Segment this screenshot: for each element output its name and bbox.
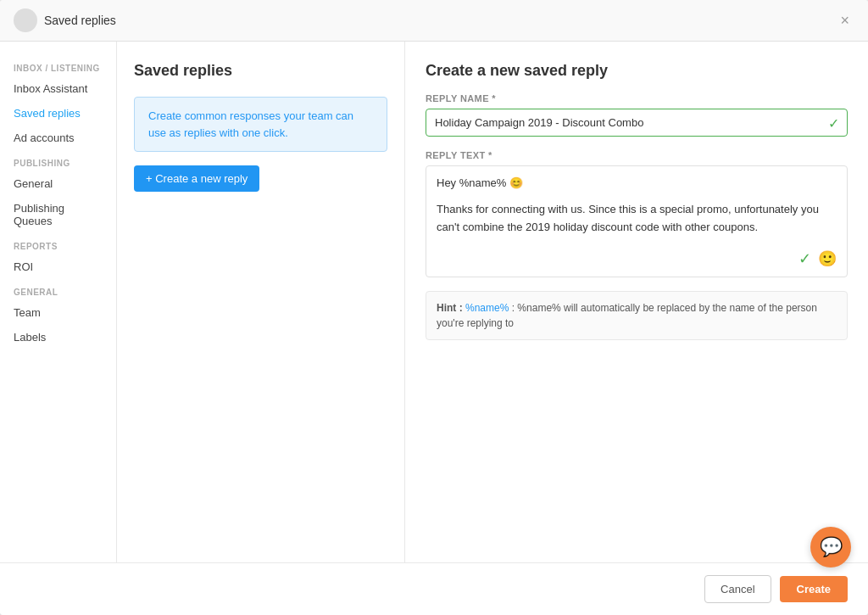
right-panel-title: Create a new saved reply [426, 62, 848, 80]
sidebar-section-publishing: Publishing [0, 150, 116, 171]
sidebar-item-team[interactable]: Team [0, 300, 116, 325]
sidebar-section-general: General [0, 279, 116, 300]
left-panel: Saved replies Create common responses yo… [117, 42, 405, 562]
sidebar-item-saved-replies[interactable]: Saved replies [0, 101, 116, 126]
left-panel-title: Saved replies [134, 62, 387, 80]
chat-fab-icon: 💬 [820, 536, 843, 558]
hint-box: Hint : %name% : %name% will automaticall… [426, 291, 848, 340]
textarea-icons: ✓ 🙂 [437, 249, 837, 268]
sidebar-item-labels[interactable]: Labels [0, 325, 116, 349]
sidebar-section-reports: Reports [0, 233, 116, 254]
reply-text-label: Reply Text * [426, 150, 848, 160]
info-box: Create common responses your team can us… [134, 97, 387, 152]
reply-name-check-icon: ✓ [828, 115, 839, 131]
modal-icon [14, 8, 37, 32]
reply-name-field: Reply Name * ✓ [426, 93, 848, 137]
chat-fab-button[interactable]: 💬 [810, 527, 851, 567]
modal-container: Saved replies × Inbox / Listening Inbox … [0, 0, 868, 615]
sidebar-item-roi[interactable]: ROI [0, 254, 116, 279]
reply-name-input-wrapper: ✓ [426, 109, 848, 137]
cancel-button[interactable]: Cancel [704, 575, 771, 603]
hint-label: Hint : [437, 302, 463, 314]
sidebar-item-general[interactable]: General [0, 171, 116, 196]
reply-text-wrapper[interactable]: Hey %name% 😊 Thanks for connecting with … [426, 165, 848, 277]
close-button[interactable]: × [835, 11, 854, 30]
title-bar: Saved replies × [0, 0, 868, 42]
reply-text-line-2 [437, 193, 837, 201]
sidebar: Inbox / Listening Inbox Assistant Saved … [0, 42, 117, 562]
right-panel: Create a new saved reply Reply Name * ✓ … [405, 42, 868, 562]
hint-variable: %name% [465, 302, 509, 314]
create-new-reply-button[interactable]: + Create a new reply [134, 165, 259, 192]
sidebar-section-inbox: Inbox / Listening [0, 55, 116, 76]
reply-text-line-1: Hey %name% 😊 [437, 175, 837, 193]
reply-text-field: Reply Text * Hey %name% 😊 Thanks for con… [426, 150, 848, 277]
textarea-emoji-icon[interactable]: 🙂 [818, 249, 837, 268]
sidebar-item-ad-accounts[interactable]: Ad accounts [0, 126, 116, 150]
main-content: Saved replies Create common responses yo… [117, 42, 868, 562]
reply-text-line-3: Thanks for connecting with us. Since thi… [437, 201, 837, 237]
textarea-check-icon: ✓ [798, 249, 811, 268]
sidebar-item-inbox-assistant[interactable]: Inbox Assistant [0, 76, 116, 101]
reply-name-label: Reply Name * [426, 93, 848, 103]
modal-title: Saved replies [44, 14, 116, 27]
modal-body: Inbox / Listening Inbox Assistant Saved … [0, 42, 868, 562]
title-bar-left: Saved replies [14, 8, 116, 32]
sidebar-item-publishing-queues[interactable]: Publishing Queues [0, 196, 116, 233]
reply-name-input[interactable] [426, 109, 848, 137]
reply-text-content: Hey %name% 😊 Thanks for connecting with … [437, 175, 837, 243]
create-button[interactable]: Create [780, 576, 848, 602]
modal-footer: Cancel Create [0, 562, 868, 615]
info-box-text: Create common responses your team can us… [148, 108, 373, 141]
